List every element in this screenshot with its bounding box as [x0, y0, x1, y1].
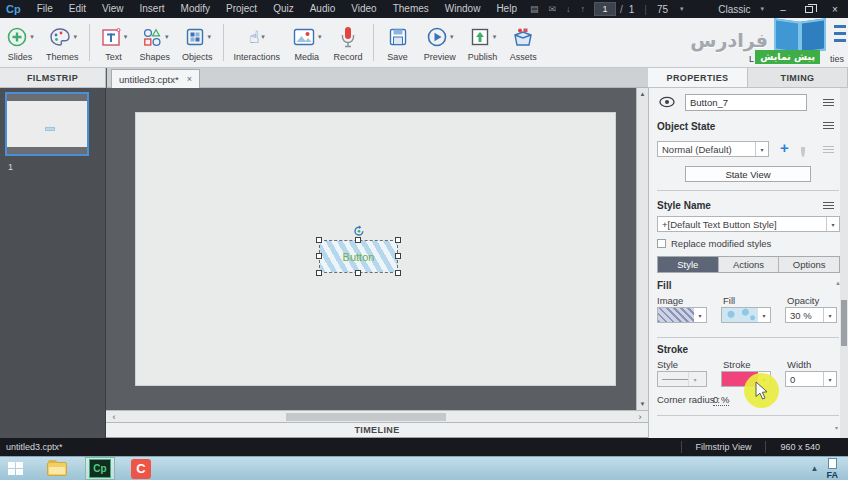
state-dropdown-caret-icon[interactable]: ▾ [755, 142, 768, 156]
style-name-dropdown[interactable]: +[Default Text Button Style] ▾ [657, 216, 840, 232]
scroll-down-icon[interactable]: ▼ [637, 398, 648, 410]
stroke-style-dropdown[interactable]: ▾ [657, 371, 707, 387]
state-options-icon[interactable] [823, 145, 834, 154]
visibility-eye-icon[interactable] [659, 96, 675, 108]
preview-caret-icon[interactable]: ▾ [450, 33, 454, 41]
media-button[interactable]: ▾ Media [286, 18, 328, 67]
start-button-icon[interactable] [8, 462, 23, 475]
stroke-width-dropdown[interactable]: 0 ▾ [785, 371, 837, 387]
canvas-vertical-scrollbar[interactable]: ▲ ▼ [636, 88, 648, 410]
text-caret-icon[interactable]: ▾ [124, 33, 128, 41]
object-state-menu-icon[interactable] [823, 121, 834, 130]
show-hidden-icons-caret[interactable]: ▲ [811, 464, 819, 473]
objects-button[interactable]: ▾ Objects [176, 18, 219, 67]
add-state-icon[interactable]: + [780, 139, 789, 156]
menu-insert[interactable]: Insert [132, 0, 173, 18]
image-swatch-dropdown[interactable]: ▾ [657, 307, 707, 323]
canvas-horizontal-scrollbar[interactable]: ‹ › [106, 410, 648, 422]
camtasia-taskbar-button[interactable]: C [131, 459, 151, 479]
resize-handle-sw[interactable] [316, 270, 322, 276]
language-indicator[interactable]: FA [826, 470, 838, 480]
menu-help[interactable]: Help [488, 0, 525, 18]
save-button[interactable]: Save [378, 18, 418, 67]
interactions-button[interactable]: ☝ ▾ Interactions [228, 18, 287, 67]
opacity-caret-icon[interactable]: ▾ [823, 308, 836, 322]
slide-notes-icon[interactable]: ▤ [525, 4, 544, 14]
menu-view[interactable]: View [94, 0, 132, 18]
state-dropdown[interactable]: Normal (Default) ▾ [657, 141, 769, 157]
resize-handle-nw[interactable] [316, 237, 322, 243]
menu-quiz[interactable]: Quiz [265, 0, 302, 18]
resize-handle-se[interactable] [395, 270, 401, 276]
width-caret-icon[interactable]: ▾ [823, 372, 836, 386]
text-button[interactable]: ▾ Text [94, 18, 134, 67]
menu-modify[interactable]: Modify [173, 0, 218, 18]
publish-button[interactable]: ▾ Publish [462, 18, 504, 67]
scroll-up-icon[interactable]: ▲ [637, 88, 648, 100]
panel-menu-icon[interactable] [823, 98, 834, 107]
slide-stage[interactable]: Button [136, 113, 615, 385]
resize-handle-e[interactable] [395, 253, 401, 259]
tab-actions[interactable]: Actions [719, 257, 780, 272]
state-view-button[interactable]: State View [685, 166, 811, 182]
assets-button[interactable]: Assets [503, 18, 543, 67]
opacity-dropdown[interactable]: 30 % ▾ [785, 307, 837, 323]
resize-handle-ne[interactable] [395, 237, 401, 243]
status-view-mode[interactable]: Filmstrip View [682, 442, 766, 452]
properties-scrollbar-thumb[interactable] [841, 300, 847, 346]
reset-state-icon[interactable] [801, 142, 805, 157]
style-dropdown-caret-icon[interactable]: ▾ [826, 217, 839, 231]
previous-slide-icon[interactable]: ↓ [561, 4, 576, 14]
slide-thumbnail[interactable] [5, 92, 89, 156]
tab-timing[interactable]: TIMING [748, 68, 848, 87]
style-name-menu-icon[interactable] [823, 201, 834, 210]
resize-handle-n[interactable] [355, 237, 361, 243]
zoom-level[interactable]: 75 [651, 4, 674, 15]
corner-radius-value[interactable]: 0 % [713, 394, 729, 406]
shapes-button[interactable]: ▾ Shapes [134, 18, 177, 67]
tray-app-icon[interactable] [828, 458, 837, 469]
properties-scrollbar[interactable] [840, 88, 848, 438]
object-name-field[interactable] [685, 94, 807, 111]
envelope-icon[interactable]: ✉ [543, 4, 561, 14]
publish-caret-icon[interactable]: ▾ [493, 33, 497, 41]
record-button[interactable]: Record [328, 18, 369, 67]
next-slide-icon[interactable]: ↑ [576, 4, 591, 14]
menu-themes[interactable]: Themes [385, 0, 437, 18]
scroll-right-icon[interactable]: › [634, 411, 646, 422]
interactions-caret-icon[interactable]: ▾ [261, 33, 265, 41]
objects-caret-icon[interactable]: ▾ [208, 33, 212, 41]
fill-caret-icon[interactable]: ▾ [758, 308, 770, 322]
resize-handle-s[interactable] [355, 270, 361, 276]
slides-button[interactable]: ▾ Slides [0, 18, 40, 67]
rotate-handle-icon[interactable] [353, 225, 365, 237]
minimize-button[interactable]: – [770, 0, 796, 18]
themes-button[interactable]: ▾ Themes [40, 18, 85, 67]
horizontal-scrollbar-thumb[interactable] [286, 413, 446, 421]
menu-project[interactable]: Project [218, 0, 265, 18]
replace-styles-checkbox[interactable] [657, 239, 666, 248]
menu-window[interactable]: Window [437, 0, 489, 18]
themes-caret-icon[interactable]: ▾ [74, 33, 78, 41]
tab-style[interactable]: Style [658, 257, 719, 272]
filmstrip-panel-header[interactable]: FILMSTRIP [0, 68, 106, 88]
resize-handle-w[interactable] [316, 253, 322, 259]
menu-video[interactable]: Video [343, 0, 384, 18]
fill-swatch-dropdown[interactable]: ▾ [721, 307, 771, 323]
shapes-caret-icon[interactable]: ▾ [165, 33, 169, 41]
tab-options[interactable]: Options [779, 257, 839, 272]
document-tab-close-icon[interactable]: × [187, 74, 192, 84]
slides-caret-icon[interactable]: ▾ [30, 33, 34, 41]
current-slide-field[interactable]: 1 [594, 2, 616, 16]
scroll-left-icon[interactable]: ‹ [108, 411, 120, 422]
tab-properties[interactable]: PROPERTIES [648, 68, 748, 87]
zoom-caret-icon[interactable]: ▾ [674, 5, 690, 13]
stroke-style-caret-icon[interactable]: ▾ [688, 372, 701, 386]
restore-button[interactable] [796, 0, 822, 18]
media-caret-icon[interactable]: ▾ [318, 33, 322, 41]
close-button[interactable]: × [822, 0, 848, 18]
captivate-taskbar-button[interactable]: Cp [85, 457, 115, 480]
menu-audio[interactable]: Audio [302, 0, 344, 18]
menu-file[interactable]: File [29, 0, 61, 18]
image-caret-icon[interactable]: ▾ [694, 308, 706, 322]
